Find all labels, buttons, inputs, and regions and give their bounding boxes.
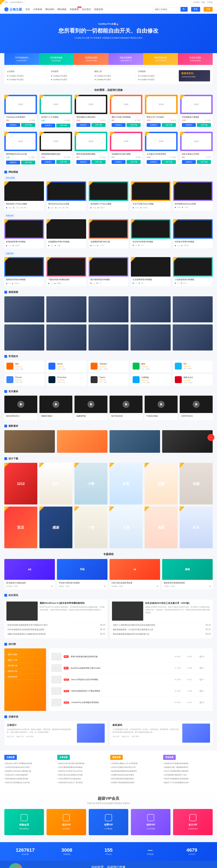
template-card[interactable]: 综艺娱乐苹果CMS模板V10手机端 — [173, 219, 213, 248]
rank-item[interactable]: NO.4帝国CMS新闻资讯门户整站带数据👁 5432⬇ 368💬 65 — [51, 685, 210, 697]
rank-item[interactable]: NO.3Discuz手机版论坛社区GBK模板👁 6108⬇ 412💬 76 — [51, 674, 210, 685]
music-card[interactable]: 震撼史诗配乐 — [39, 396, 72, 420]
play-icon[interactable] — [193, 401, 199, 408]
music-card[interactable]: 温馨钢琴曲 — [74, 396, 107, 420]
resource-card[interactable]: 预览图科技感数据大屏模板¥199👁 2108在线演示立即下载 — [180, 95, 213, 129]
news-link[interactable]: · 如何优化网站加载速度提升用户体验的10个技巧01-15 — [6, 623, 105, 627]
vip-plan-card[interactable]: 包年VIP¥199/年特惠 — [131, 809, 170, 835]
photo-item[interactable] — [57, 430, 107, 453]
rank-tab[interactable]: 资讯阅读榜 — [8, 674, 42, 680]
announce-item[interactable]: ★ CeoMax-Pro演示 — [7, 74, 45, 78]
music-card[interactable]: 欢快节日音乐 — [180, 396, 213, 420]
design-card[interactable]: 小寒 — [74, 463, 107, 504]
resource-card[interactable]: 预览图高端摄影作品展示模板¥78👁 965在线演示立即下载 — [110, 132, 143, 166]
cms-tag[interactable]: Discuz模板 — [4, 176, 17, 180]
nav-item[interactable]: 网站源码 — [45, 8, 54, 11]
download-button[interactable]: 立即下载 — [21, 123, 35, 127]
download-button[interactable]: 立即下载 — [162, 123, 176, 127]
template-card[interactable]: 音乐MV站苹果CMS模板V8V10 — [131, 219, 170, 248]
play-icon[interactable] — [53, 401, 59, 408]
download-button[interactable]: 立即下载 — [197, 160, 211, 164]
nav-item[interactable]: 网站模板 — [58, 8, 66, 11]
news-link[interactable]: · 详解CDN加速原理及主流服务商对比评测分析01-12 — [6, 632, 105, 636]
topbar-link[interactable]: 手机版 — [207, 1, 213, 4]
wallpaper-item[interactable] — [46, 296, 86, 322]
design-card[interactable]: 1212 — [4, 463, 37, 504]
software-card[interactable]: 百度网盘★★★★★v7.28 · 68M — [130, 374, 170, 385]
hero-tab[interactable]: 海量优质教程免费优质享不停 — [108, 53, 143, 65]
promo-box[interactable]: 新春享折扣 全场88折扣起优惠购 — [179, 70, 210, 82]
wallpaper-item[interactable] — [173, 324, 213, 350]
software-card[interactable]: 微信★★★★★v8.0 · 258M — [130, 361, 170, 372]
design-card[interactable]: 新年 — [39, 463, 72, 504]
resource-card[interactable]: 预览图电商购物商城整站源码¥299👁 1876在线演示立即下载 — [39, 132, 72, 166]
download-button[interactable]: 立即下载 — [56, 124, 70, 127]
demo-button[interactable]: 在线演示 — [76, 160, 90, 164]
download-button[interactable]: 立即下载 — [162, 160, 176, 164]
demo-button[interactable]: 在线演示 — [182, 160, 196, 164]
software-card[interactable]: Typora★★★★★v1.5 · 72M — [89, 374, 128, 385]
vip-plan-card[interactable]: 包月VIP¥29/月畅享 — [46, 809, 86, 835]
demo-button[interactable]: 在线演示 — [6, 123, 20, 127]
play-icon[interactable] — [18, 401, 24, 408]
topbar-link[interactable]: QQ登录 — [193, 1, 199, 4]
play-icon[interactable] — [158, 401, 164, 408]
design-card[interactable]: 圣诞 — [180, 463, 213, 504]
nav-item[interactable]: 优惠促销 — [94, 8, 103, 11]
rank-item[interactable]: 最火苹果CMS影视站整站源码带采集👁 8621⬇ 542💬 98 — [51, 651, 210, 662]
nav-item[interactable]: 首页 — [26, 8, 30, 11]
rank-item[interactable]: NO.5ThinkPHP企业官网建站管理系统👁 4876⬇ 321💬 58 — [51, 697, 210, 708]
play-icon[interactable] — [88, 401, 94, 408]
music-card[interactable]: 电子科技音效 — [110, 396, 143, 420]
template-card[interactable]: 技术博客社区Discuz风格GBKUTF8 — [173, 181, 213, 211]
login-button[interactable]: 登录 — [191, 7, 200, 12]
rank-tab[interactable]: 模板人气榜 — [8, 657, 42, 663]
download-button[interactable]: 立即下载 — [92, 123, 105, 127]
news-link[interactable]: · 浅谈个人博客网站如何通过内容运营实现盈利变现01-13 — [112, 623, 211, 627]
wallpaper-item[interactable] — [130, 296, 170, 322]
wallpaper-item[interactable] — [4, 324, 44, 350]
hero-tab[interactable]: 原创高质模板精品高端属性 — [39, 53, 74, 65]
rank-item[interactable]: 热门WordPress自媒体博客主题CeoMax👁 7234⬇ 486💬 87 — [51, 662, 210, 674]
resource-card[interactable]: 预览图极简博客WordPress主题免费👁 3201在线演示立即下载 — [4, 132, 37, 166]
template-card[interactable]: 影视海报苹果CMS模板V10自适应 — [4, 219, 44, 248]
vip-plan-card[interactable]: 体验会员限时免费体验 — [4, 809, 44, 835]
download-button[interactable]: 立即下载 — [197, 123, 211, 127]
cms-tag[interactable]: 帝国CMS — [4, 252, 15, 255]
design-card[interactable]: 感谢 — [39, 506, 72, 548]
demo-button[interactable]: 在线演示 — [112, 160, 126, 164]
photo-item[interactable] — [162, 430, 213, 453]
design-card[interactable]: 小雪 — [74, 506, 107, 548]
design-card[interactable]: 温暖 — [145, 463, 178, 504]
announce-item[interactable]: ★ CeoMax-Pro演示 — [94, 78, 133, 82]
template-card[interactable]: 资讯新闻门户Discuz模板GBK响应式 — [89, 181, 128, 211]
vip-plan-card[interactable]: 永久VIP¥399终身使用 — [173, 809, 213, 835]
download-button[interactable]: 立即下载 — [127, 123, 141, 127]
demo-button[interactable]: 在线演示 — [112, 123, 126, 127]
template-card[interactable]: 简约社区论坛Discuz风格GBKUTF8整站 — [46, 181, 86, 211]
download-button[interactable]: 立即下载 — [127, 160, 141, 164]
download-button[interactable]: 立即下载 — [92, 160, 105, 164]
news-link[interactable]: · 网站备案最新政策解读及常见问题答疑汇总01-10 — [112, 632, 211, 636]
software-card[interactable]: Photoshop★★★★★2023 · 2.8G — [46, 374, 86, 385]
register-button[interactable]: 注册 — [204, 7, 213, 12]
wallpaper-item[interactable] — [89, 296, 128, 322]
template-card[interactable]: 企业官网帝国CMS模板7.5SEO — [131, 257, 170, 286]
resource-card[interactable]: 预览图自适应个人主页模板免费👁 2341在线演示立即下载 — [39, 95, 72, 129]
software-card[interactable]: 淘宝★★★★★v10.2 · 68M — [4, 361, 44, 372]
news-link[interactable]: · 2023年最值得关注的前端开发框架盘点推荐01-14 — [6, 627, 105, 632]
template-card[interactable]: 企业产品展示Discuz模板UTF8手机版 — [131, 181, 170, 211]
wallpaper-item[interactable] — [130, 324, 170, 350]
resource-card[interactable]: 预览图Thinkphp企业官网源码¥99👁 1068在线演示立即下载 — [4, 95, 37, 129]
rank-tab[interactable]: 课程学习榜 — [8, 669, 42, 674]
design-card[interactable]: 双旦 — [4, 506, 37, 548]
topbar-link[interactable]: 换肤 — [202, 1, 205, 4]
template-card[interactable]: 动漫番剧苹果CMS主题V10二次元 — [89, 219, 128, 248]
template-card[interactable]: 新闻资讯帝国CMS模板7.5响应式 — [4, 257, 44, 286]
course-card[interactable]: 插画夏末秋初日系插画训练营76课时 · ¥199▶ — [162, 559, 213, 589]
template-card[interactable]: 小说阅读帝国CMS模板7.5WAP — [173, 257, 213, 286]
download-button[interactable]: 立即下载 — [21, 161, 35, 164]
demo-button[interactable]: 在线演示 — [147, 123, 161, 127]
play-icon[interactable] — [123, 401, 129, 408]
software-card[interactable]: 手机淘宝★★★★★v9.8 · 120M — [89, 361, 128, 372]
